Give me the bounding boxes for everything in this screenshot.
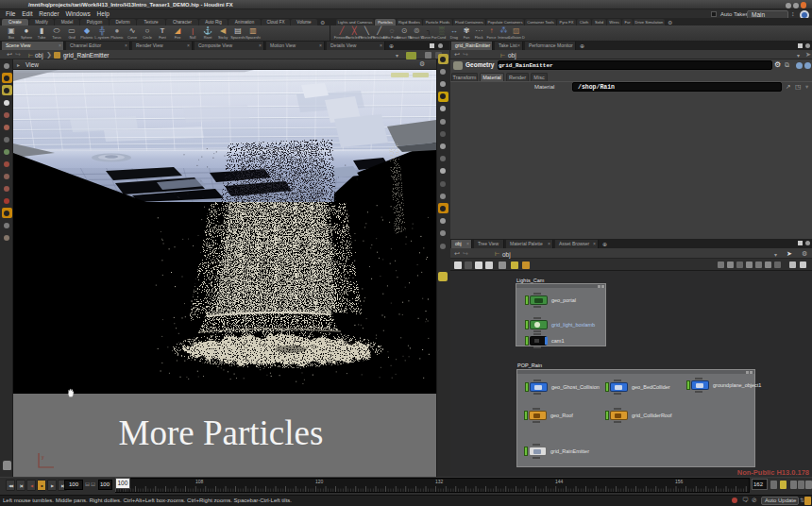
svg-text:y: y <box>42 454 44 460</box>
